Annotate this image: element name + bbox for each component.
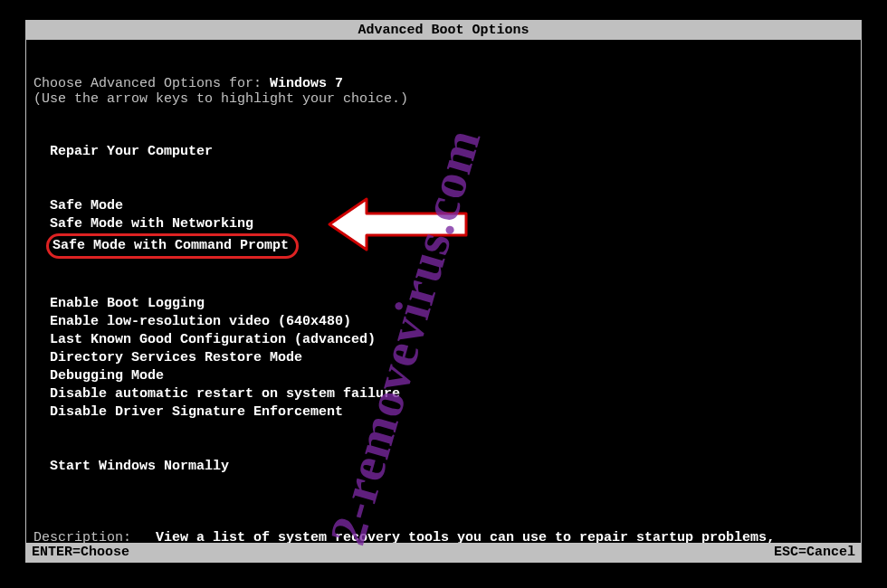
title-text: Advanced Boot Options <box>358 23 529 38</box>
menu-item-lkgc[interactable]: Last Known Good Configuration (advanced) <box>50 331 854 349</box>
menu-item-normal[interactable]: Start Windows Normally <box>50 458 854 476</box>
menu-item-disable-restart[interactable]: Disable automatic restart on system fail… <box>50 385 854 403</box>
hint-line: (Use the arrow keys to highlight your ch… <box>33 91 854 107</box>
menu-item-safe-mode-cmd[interactable]: Safe Mode with Command Prompt <box>50 233 854 259</box>
boot-menu[interactable]: Repair Your Computer Safe Mode Safe Mode… <box>50 143 854 476</box>
menu-item-repair[interactable]: Repair Your Computer <box>50 143 854 161</box>
highlighted-option[interactable]: Safe Mode with Command Prompt <box>46 233 299 259</box>
content-area: Choose Advanced Options for: Windows 7 (… <box>26 76 861 561</box>
menu-item-debugging[interactable]: Debugging Mode <box>50 367 854 385</box>
menu-item-low-res[interactable]: Enable low-resolution video (640x480) <box>50 313 854 331</box>
prompt-line: Choose Advanced Options for: Windows 7 <box>33 76 854 91</box>
boot-options-frame: Advanced Boot Options Choose Advanced Op… <box>25 20 862 563</box>
menu-item-ds-restore[interactable]: Directory Services Restore Mode <box>50 349 854 367</box>
menu-item-disable-sig[interactable]: Disable Driver Signature Enforcement <box>50 403 854 422</box>
menu-item-safe-mode-networking[interactable]: Safe Mode with Networking <box>50 215 854 233</box>
footer-enter: ENTER=Choose <box>32 545 129 560</box>
footer-esc: ESC=Cancel <box>774 545 855 560</box>
menu-item-boot-logging[interactable]: Enable Boot Logging <box>50 295 854 313</box>
footer-bar: ENTER=Choose ESC=Cancel <box>26 543 861 562</box>
title-bar: Advanced Boot Options <box>26 21 861 40</box>
prompt-text: Choose Advanced Options for: <box>33 76 270 91</box>
os-name: Windows 7 <box>270 76 343 91</box>
menu-item-safe-mode[interactable]: Safe Mode <box>50 197 854 215</box>
